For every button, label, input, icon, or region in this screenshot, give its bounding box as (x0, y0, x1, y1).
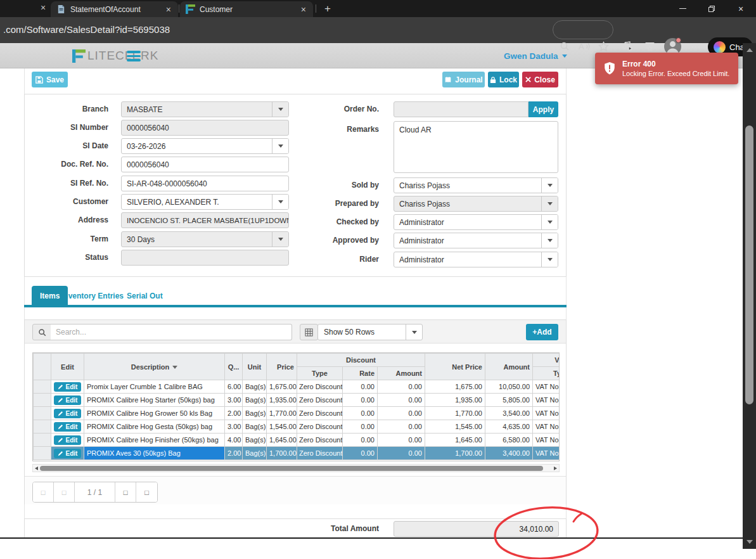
tab-items[interactable]: Items (32, 286, 68, 305)
discount-type-cell[interactable]: Zero Discount (297, 420, 343, 434)
discount-rate-cell[interactable]: 0.00 (343, 447, 378, 460)
edit-row-button[interactable]: Edit (54, 409, 82, 418)
minimize-button[interactable] (673, 0, 692, 17)
apply-button[interactable]: Apply (529, 101, 558, 117)
discount-amount-cell[interactable]: 0.00 (378, 420, 425, 434)
collections-icon[interactable] (643, 41, 656, 52)
net-price-cell[interactable]: 1,545.00 (425, 420, 485, 434)
price-cell[interactable]: 1,645.00 (267, 434, 297, 447)
price-cell[interactable]: 1,935.00 (267, 394, 297, 407)
discount-type-cell[interactable]: Zero Discount (297, 380, 343, 394)
si-ref-field[interactable]: SI-AR-048-0000056040 (121, 176, 289, 191)
vat-type-cell[interactable]: VAT Non (533, 407, 560, 420)
price-cell[interactable]: 1,700.00 (267, 447, 297, 460)
discount-rate-cell[interactable]: 0.00 (343, 420, 378, 434)
description-cell[interactable]: PROMIX Aves 30 (50kgs) Bag (84, 447, 225, 460)
tab-serial-out[interactable]: Serial Out (127, 286, 163, 305)
price-cell[interactable]: 1,770.00 (267, 407, 297, 420)
status-field[interactable] (121, 250, 289, 266)
more-options-icon[interactable]: ⋯ (691, 41, 701, 53)
tab-statement-of-account[interactable]: StatementOfAccount × (51, 1, 178, 17)
row-selector-cell[interactable] (34, 407, 51, 420)
menu-hamburger-icon[interactable] (127, 51, 141, 61)
branch-select[interactable]: MASBATE (121, 101, 289, 117)
close-button[interactable]: Close (522, 72, 558, 87)
tab-customer[interactable]: Customer × (180, 1, 313, 17)
discount-type-cell[interactable]: Zero Discount (297, 434, 343, 447)
remarks-textarea[interactable]: Cloud AR (394, 121, 558, 173)
next-page-button[interactable]: □ (115, 482, 136, 502)
close-tab-icon[interactable]: × (300, 5, 307, 14)
horizontal-scrollbar[interactable] (32, 464, 560, 472)
row-selector-cell[interactable] (34, 434, 51, 447)
customer-select[interactable]: SILVERIO, ALEXANDER T. (121, 194, 289, 210)
tab-inventory-entries[interactable]: Inventory Entries (61, 286, 124, 305)
discount-amount-cell[interactable]: 0.00 (378, 407, 425, 420)
qty-cell[interactable]: 2.00 (225, 447, 243, 460)
vat-type-cell[interactable]: VAT Non (533, 447, 560, 460)
rider-select[interactable]: Administrator (394, 252, 558, 267)
price-cell[interactable]: 1,545.00 (267, 420, 297, 434)
new-tab-button[interactable]: + (319, 1, 336, 16)
qty-cell[interactable]: 2.00 (225, 407, 243, 420)
amount-cell[interactable]: 3,400.00 (485, 447, 533, 460)
discount-type-cell[interactable]: Zero Discount (297, 394, 343, 407)
last-page-button[interactable]: □ (136, 482, 157, 502)
description-cell[interactable]: Promix Layer Crumble 1 Calibre BAG (84, 380, 225, 394)
approved-by-select[interactable]: Administrator (394, 233, 558, 248)
unit-cell[interactable]: Bag(s) (243, 407, 267, 420)
amount-cell[interactable]: 10,050.00 (485, 380, 533, 394)
discount-amount-cell[interactable]: 0.00 (378, 394, 425, 407)
vat-type-cell[interactable]: VAT Non (533, 434, 560, 447)
close-tab-icon[interactable]: × (39, 3, 47, 12)
description-cell[interactable]: PROMIX Calibre Hog Finisher (50kgs) bag (84, 434, 225, 447)
read-aloud-icon[interactable]: A (578, 41, 591, 52)
amount-cell[interactable]: 3,540.00 (485, 407, 533, 420)
edit-row-button[interactable]: Edit (54, 395, 82, 405)
rows-per-page-select[interactable]: Show 50 Rows (317, 324, 423, 340)
description-cell[interactable]: PROMIX Calibre Hog Starter (50kgs) bag (84, 394, 225, 407)
vat-type-cell[interactable]: VAT Non (533, 420, 560, 434)
description-cell[interactable]: PROMIX Calibre Hog Grower 50 kls Bag (84, 407, 225, 420)
edit-row-button[interactable]: Edit (54, 449, 82, 458)
order-no-field[interactable] (394, 101, 529, 117)
discount-type-cell[interactable]: Zero Discount (297, 407, 343, 420)
checked-by-select[interactable]: Administrator (394, 214, 558, 230)
unit-cell[interactable]: Bag(s) (243, 434, 267, 447)
description-cell[interactable]: PROMIX Calibre Hog Gesta (50kgs) bag (84, 420, 225, 434)
si-number-field[interactable]: 0000056040 (121, 120, 289, 136)
net-price-cell[interactable]: 1,645.00 (425, 434, 485, 447)
net-price-cell[interactable]: 1,700.00 (425, 447, 485, 460)
first-page-button[interactable]: □ (33, 482, 54, 502)
scroll-left-icon[interactable] (35, 466, 38, 470)
doc-ref-field[interactable]: 0000056040 (121, 157, 289, 172)
error-toast[interactable]: Error 400 Locking Error. Exceed Credit L… (595, 53, 738, 84)
discount-amount-cell[interactable]: 0.00 (378, 447, 425, 460)
net-price-cell[interactable]: 1,675.00 (425, 380, 485, 394)
sold-by-select[interactable]: Chariss Pojass (394, 177, 558, 193)
search-button[interactable] (32, 324, 51, 340)
scroll-down-icon[interactable] (746, 540, 753, 544)
net-price-cell[interactable]: 1,935.00 (425, 394, 485, 407)
prepared-by-select[interactable]: Chariss Pojass (394, 196, 558, 212)
row-selector-cell[interactable] (34, 420, 51, 434)
media-controls-icon[interactable] (621, 41, 634, 52)
close-tab-icon[interactable]: × (165, 5, 172, 14)
journal-button[interactable]: Journal (442, 72, 485, 87)
scroll-up-icon[interactable] (746, 48, 753, 52)
discount-rate-cell[interactable]: 0.00 (343, 407, 378, 420)
url-text[interactable]: .com/Software/SalesDetail?id=5695038 (3, 24, 170, 35)
qty-cell[interactable]: 6.00 (225, 380, 243, 394)
unit-cell[interactable]: Bag(s) (243, 394, 267, 407)
discount-type-cell[interactable]: Zero Discount (297, 447, 343, 460)
qty-cell[interactable]: 3.00 (225, 394, 243, 407)
net-price-cell[interactable]: 1,770.00 (425, 407, 485, 420)
amount-cell[interactable]: 4,635.00 (485, 420, 533, 434)
row-selector-cell[interactable] (34, 380, 51, 394)
amount-cell[interactable]: 6,580.00 (485, 434, 533, 447)
close-window-button[interactable]: × (731, 0, 750, 17)
scrollbar-thumb[interactable] (745, 125, 753, 404)
save-button[interactable]: Save (32, 72, 68, 87)
discount-rate-cell[interactable]: 0.00 (343, 380, 378, 394)
amount-cell[interactable]: 5,805.00 (485, 394, 533, 407)
